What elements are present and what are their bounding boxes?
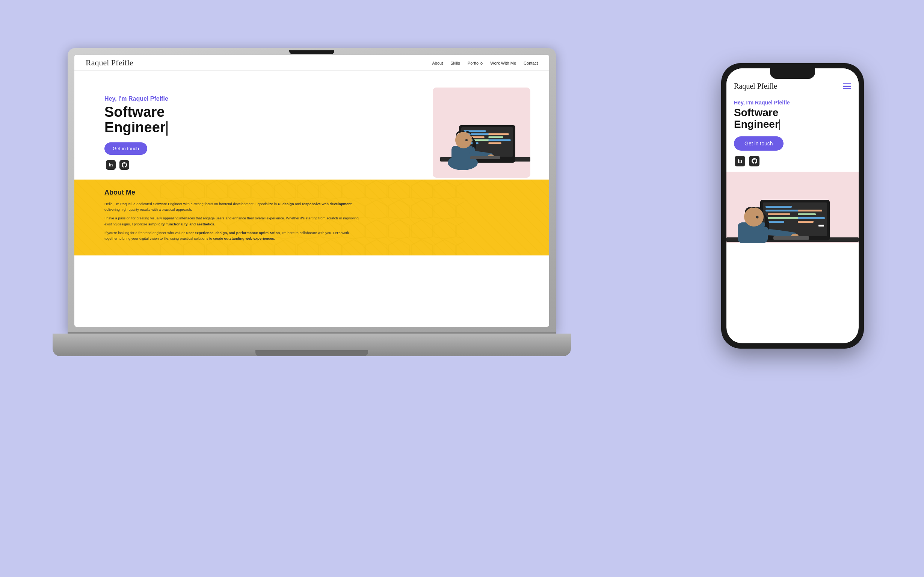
laptop-bezel: Raquel Pfeifle About Skills Portfolio Wo… bbox=[68, 48, 556, 334]
phone-notch bbox=[770, 68, 815, 79]
svg-point-19 bbox=[465, 139, 468, 141]
phone-logo: Raquel Pfeifle bbox=[734, 82, 777, 90]
hamburger-menu-button[interactable] bbox=[843, 84, 851, 89]
phone-cursor bbox=[779, 119, 780, 130]
svg-rect-11 bbox=[488, 133, 509, 135]
phone-social-icons: in bbox=[735, 156, 851, 166]
nav-item-about[interactable]: About bbox=[432, 60, 443, 66]
svg-rect-34 bbox=[798, 210, 822, 211]
laptop-social-icons: in bbox=[106, 160, 433, 170]
svg-rect-14 bbox=[488, 142, 501, 144]
laptop-greeting-static: Hey, I'm bbox=[105, 95, 129, 102]
cursor bbox=[166, 121, 167, 135]
laptop-about-p2: I have a passion for creating visually a… bbox=[105, 215, 360, 227]
phone-github-icon[interactable] bbox=[749, 156, 760, 166]
svg-rect-32 bbox=[768, 217, 800, 219]
laptop-about-p1: Hello, I'm Raquel, a dedicated Software … bbox=[105, 201, 360, 212]
github-icon[interactable] bbox=[119, 160, 129, 170]
svg-rect-37 bbox=[798, 221, 814, 223]
svg-rect-13 bbox=[488, 139, 511, 141]
svg-rect-31 bbox=[768, 213, 790, 215]
svg-point-42 bbox=[756, 216, 759, 218]
laptop-hero-text: Hey, I'm Raquel Pfeifle Software Enginee… bbox=[105, 95, 433, 170]
laptop-screen: Raquel Pfeifle About Skills Portfolio Wo… bbox=[74, 55, 549, 327]
phone-cta-button[interactable]: Get in touch bbox=[734, 136, 784, 151]
laptop-about-section: About Me Hello, I'm Raquel, a dedicated … bbox=[74, 180, 549, 255]
laptop-about-text: Hello, I'm Raquel, a dedicated Software … bbox=[105, 201, 360, 241]
laptop-device: Raquel Pfeifle About Skills Portfolio Wo… bbox=[68, 48, 556, 356]
nav-item-portfolio[interactable]: Portfolio bbox=[468, 60, 483, 66]
laptop-nav: Raquel Pfeifle About Skills Portfolio Wo… bbox=[74, 55, 549, 71]
svg-rect-43 bbox=[773, 236, 809, 240]
phone-hero: Hey, I'm Raquel Pfeifle Software Enginee… bbox=[726, 94, 859, 166]
laptop-about-title: About Me bbox=[105, 189, 530, 197]
laptop-body: Raquel Pfeifle About Skills Portfolio Wo… bbox=[68, 48, 556, 356]
laptop-nav-links: About Skills Portfolio Work With Me Cont… bbox=[432, 60, 538, 66]
svg-point-18 bbox=[455, 132, 472, 148]
laptop-hero-title: Software Engineer bbox=[105, 105, 433, 136]
laptop-base bbox=[53, 334, 571, 356]
phone-greeting-static: Hey, I'm bbox=[734, 100, 755, 106]
nav-item-contact[interactable]: Contact bbox=[523, 60, 538, 66]
svg-rect-29 bbox=[766, 206, 792, 208]
hamburger-line-1 bbox=[843, 84, 851, 84]
hamburger-line-3 bbox=[843, 88, 851, 89]
hamburger-line-2 bbox=[843, 85, 851, 87]
laptop-camera bbox=[289, 50, 334, 54]
scene: Raquel Pfeifle About Skills Portfolio Wo… bbox=[49, 26, 875, 551]
svg-rect-35 bbox=[798, 213, 816, 215]
laptop-greeting: Hey, I'm Raquel Pfeifle bbox=[105, 95, 433, 102]
laptop-hero-image bbox=[433, 87, 530, 178]
laptop-cta-button[interactable]: Get in touch bbox=[105, 142, 147, 155]
svg-rect-20 bbox=[470, 156, 500, 159]
laptop-logo: Raquel Pfeifle bbox=[85, 58, 133, 68]
svg-rect-36 bbox=[798, 217, 825, 219]
nav-item-skills[interactable]: Skills bbox=[450, 60, 460, 66]
phone-hero-title: Software Engineer bbox=[734, 107, 851, 131]
phone-greeting: Hey, I'm Raquel Pfeifle bbox=[734, 100, 851, 106]
phone-hero-image bbox=[726, 172, 859, 243]
linkedin-icon[interactable]: in bbox=[106, 160, 116, 170]
nav-item-workwithme[interactable]: Work With Me bbox=[490, 60, 516, 66]
svg-rect-38 bbox=[818, 225, 824, 227]
phone-device: Raquel Pfeifle Hey, I'm Raquel Pfeifle S… bbox=[721, 63, 864, 349]
phone-name: Raquel Pfeifle bbox=[755, 100, 790, 106]
laptop-hero: Hey, I'm Raquel Pfeifle Software Enginee… bbox=[74, 71, 549, 180]
laptop-about-p3: If you're looking for a frontend enginee… bbox=[105, 230, 360, 241]
phone-body: Raquel Pfeifle Hey, I'm Raquel Pfeifle S… bbox=[721, 63, 864, 349]
phone-screen: Raquel Pfeifle Hey, I'm Raquel Pfeifle S… bbox=[726, 68, 859, 343]
phone-linkedin-icon[interactable]: in bbox=[735, 156, 745, 166]
svg-rect-12 bbox=[488, 136, 503, 138]
laptop-name: Raquel Pfeifle bbox=[129, 95, 168, 102]
